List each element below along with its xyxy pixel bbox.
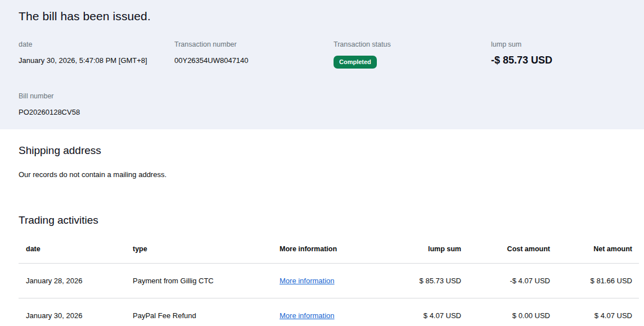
cell-lump-sum: $ 4.07 USD — [381, 298, 461, 326]
more-information-link[interactable]: More information — [280, 277, 335, 285]
column-header-net-amount: Net amount — [550, 238, 639, 264]
cell-date: January 28, 2026 — [19, 264, 133, 298]
table-header-row: date type More information lump sum Cost… — [19, 238, 639, 264]
shipping-address-title: Shipping address — [19, 144, 625, 157]
field-bill-number: Bill number PO20260128CV58 — [19, 92, 174, 116]
field-bill-number-label: Bill number — [19, 92, 174, 100]
field-date: date January 30, 2026, 5:47:08 PM [GMT+8… — [19, 40, 174, 69]
page-title: The bill has been issued. — [19, 10, 625, 23]
shipping-address-message: Our records do not contain a mailing add… — [19, 170, 625, 179]
field-transaction-number-label: Transaction number — [174, 40, 334, 48]
cell-cost-amount: $ 0.00 USD — [461, 298, 550, 326]
field-transaction-status-label: Transaction status — [334, 40, 491, 48]
cell-lump-sum: $ 85.73 USD — [381, 264, 461, 298]
column-header-type: type — [133, 238, 280, 264]
cell-cost-amount: -$ 4.07 USD — [461, 264, 550, 298]
field-bill-number-value: PO20260128CV58 — [19, 108, 174, 116]
field-date-label: date — [19, 40, 174, 48]
cell-more-information: More information — [280, 298, 381, 326]
column-header-cost-amount: Cost amount — [461, 238, 550, 264]
table-row: January 30, 2026 PayPal Fee Refund More … — [19, 298, 639, 326]
bill-summary-panel: The bill has been issued. date January 3… — [0, 0, 644, 129]
shipping-address-section: Shipping address Our records do not cont… — [0, 144, 644, 179]
column-header-date: date — [19, 238, 133, 264]
status-badge: Completed — [334, 56, 377, 69]
summary-fields-row-2: Bill number PO20260128CV58 — [19, 92, 625, 116]
field-transaction-status: Transaction status Completed — [334, 40, 491, 69]
cell-date: January 30, 2026 — [19, 298, 133, 326]
field-lump-sum-label: lump sum — [491, 40, 625, 48]
field-date-value: January 30, 2026, 5:47:08 PM [GMT+8] — [19, 56, 174, 65]
cell-type: PayPal Fee Refund — [133, 298, 280, 326]
trading-activities-table: date type More information lump sum Cost… — [19, 238, 639, 326]
cell-more-information: More information — [280, 264, 381, 298]
cell-type: Payment from Gillig CTC — [133, 264, 280, 298]
field-lump-sum: lump sum -$ 85.73 USD — [491, 40, 625, 69]
column-header-more-information: More information — [280, 238, 381, 264]
field-transaction-number-value: 00Y26354UW8047140 — [174, 56, 334, 65]
trading-activities-title: Trading activities — [19, 214, 625, 227]
cell-net-amount: $ 81.66 USD — [550, 264, 639, 298]
summary-fields-row-1: date January 30, 2026, 5:47:08 PM [GMT+8… — [19, 40, 625, 69]
field-lump-sum-value: -$ 85.73 USD — [491, 55, 625, 66]
field-transaction-number: Transaction number 00Y26354UW8047140 — [174, 40, 334, 69]
table-row: January 28, 2026 Payment from Gillig CTC… — [19, 264, 639, 298]
trading-activities-section: Trading activities date type More inform… — [0, 214, 644, 326]
column-header-lump-sum: lump sum — [381, 238, 461, 264]
more-information-link[interactable]: More information — [280, 311, 335, 320]
cell-net-amount: $ 4.07 USD — [550, 298, 639, 326]
